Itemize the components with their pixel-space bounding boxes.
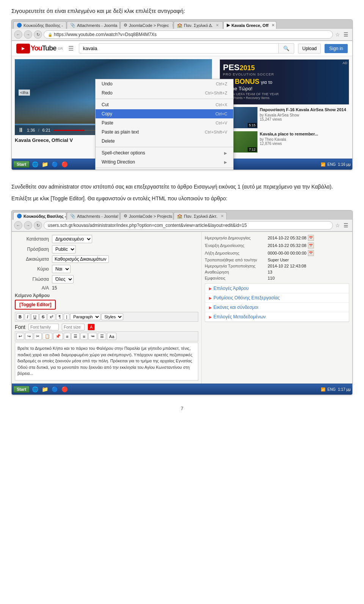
context-menu-cut[interactable]: Cut Ctrl+X — [96, 100, 233, 109]
tab-close-1[interactable]: ✕ — [66, 23, 66, 27]
start-button-1[interactable]: Start — [13, 161, 30, 168]
editor-align-left[interactable]: ≡ — [64, 333, 71, 340]
editor-align-center[interactable]: ☰ — [71, 333, 80, 340]
sidebar-item-rythmiseis[interactable]: ▶ Ρυθμίσεις Οθόνης Επεξεργασίας — [205, 293, 349, 303]
font-size-input[interactable] — [62, 324, 85, 330]
tab2-close-4[interactable]: ✕ — [221, 214, 224, 218]
editor-redo[interactable]: ↪ — [25, 333, 33, 340]
sidebar-item-eikones[interactable]: ▶ Εικόνες και σύνδεσμοι — [205, 303, 349, 312]
dikaiomata-button[interactable]: Καθορισμός Δικαιωμάτων — [52, 255, 109, 263]
browser-tab-koukou[interactable]: 🔵 Κουκούδης Βασίλης - ✕ — [13, 21, 66, 29]
editor-bold[interactable]: B — [16, 313, 24, 320]
editor-sup[interactable]: x² — [47, 313, 55, 320]
kyrio-select[interactable]: Ναι — [52, 265, 71, 273]
katastasi-select[interactable]: Δημοσιευμένο — [52, 235, 92, 243]
yt-total-time: 6:21 — [42, 128, 50, 132]
context-menu-selectall[interactable]: Select all Ctrl+A — [96, 169, 233, 170]
bookmark-icon[interactable]: ☆ — [335, 31, 340, 38]
taskbar-ie-icon[interactable]: 🌐 — [30, 160, 39, 169]
browser-tab-kavala[interactable]: ▶ Kavala Greece, Off ✕ — [223, 21, 276, 29]
browser-tab-joomla[interactable]: ⚙ JoomlaCode > Projec ✕ — [120, 21, 173, 29]
editor-content-area[interactable]: Βρείτε το Δημοτικό Κήπο και το πάρκο του… — [15, 343, 198, 381]
browser-tab2-joomla[interactable]: ⚙ JoomlaCode > Projects > ✕ — [120, 212, 173, 220]
taskbar-folder-icon[interactable]: 📁 — [40, 160, 49, 169]
reload-button[interactable]: ↻ — [34, 30, 42, 39]
editor-block[interactable]: ¶ — [56, 313, 63, 320]
browser-tab-pan[interactable]: 🏫 Παν. Σχολικό Δ. ✕ — [174, 21, 223, 29]
prosbasi-select[interactable]: Public — [52, 245, 76, 253]
editor-bullets[interactable]: ≔ — [88, 333, 97, 340]
context-menu-paste-plain[interactable]: Paste as plain text Ctrl+Shift+V — [96, 127, 233, 137]
context-menu-spell[interactable]: Spell-checker options ▶ — [96, 148, 233, 157]
yt-pause-icon[interactable]: ⏸ — [18, 127, 24, 134]
editor-underline[interactable]: U — [31, 313, 39, 320]
browser-menu-button-2[interactable]: ☰ — [342, 221, 350, 230]
cal-icon-0[interactable]: 📅 — [308, 235, 314, 241]
tab-close-3[interactable]: ✕ — [172, 23, 173, 27]
forward-button-2[interactable]: → — [24, 221, 32, 230]
taskbar-chrome-icon[interactable]: 🔵 — [50, 160, 59, 169]
taskbar2-ie-icon[interactable]: 🌐 — [30, 385, 39, 394]
sidebar-text-3: Εικόνες και σύνδεσμοι — [213, 305, 258, 310]
back-button[interactable]: ← — [14, 30, 22, 39]
address-bar[interactable]: 🔒 https://www.youtube.com/watch?v=Dsq8BM… — [44, 30, 333, 39]
sidebar-item-epiloges[interactable]: ▶ Επιλογές Άρθρου — [205, 284, 349, 293]
context-menu-redo[interactable]: Redo Ctrl+Shift+Z — [96, 88, 233, 98]
yt-signin-button[interactable]: Sign in — [325, 44, 348, 53]
browser-tab2-pan[interactable]: 🏫 Παν. Σχολικό Δίκτ. ✕ — [174, 212, 227, 220]
taskbar2-chrome-icon[interactable]: 🔵 — [50, 385, 59, 394]
browser-tab2-attach[interactable]: 📎 Attachments - Joomla! Es ✕ — [67, 212, 120, 220]
browser-menu-button[interactable]: ☰ — [342, 30, 350, 39]
context-menu-undo[interactable]: Undo Ctrl+Z — [96, 79, 233, 88]
context-menu-paste[interactable]: Paste Ctrl+V — [96, 118, 233, 127]
yt-logo-text: YouTube — [31, 44, 56, 52]
yt-suggested-video-2[interactable]: 7:12 Kavala,a place to remember... by Th… — [220, 131, 349, 153]
forward-button[interactable]: → — [24, 30, 32, 39]
context-menu-delete[interactable]: Delete — [96, 137, 233, 146]
yt-ad-banner[interactable]: AD PES2015 PRO EVOLUTION SOCCER Πάρε BON… — [220, 59, 349, 105]
context-menu-copy[interactable]: Copy Ctrl+C — [96, 109, 233, 118]
font-family-input[interactable] — [28, 324, 59, 330]
start-button-2[interactable]: Start — [13, 386, 30, 393]
tab-close-4[interactable]: ✕ — [216, 23, 219, 27]
editor-paste[interactable]: 📌 — [53, 333, 63, 340]
editor-align-right[interactable]: ≡ — [80, 333, 87, 340]
cal-icon-2[interactable]: 📅 — [308, 250, 314, 256]
taskbar2-red-icon[interactable]: 🔴 — [60, 385, 69, 394]
ad-detail2: Game Points • Recovery Items — [223, 96, 346, 100]
paragraph-select[interactable]: Paragraph — [70, 313, 100, 320]
editor-italic[interactable]: I — [25, 313, 30, 320]
joomla-meta-section: Ημερομηνία Δημιουργίας 2014-10-22 05:32:… — [205, 235, 349, 280]
editor-font-big[interactable]: Aa — [107, 333, 116, 340]
context-menu-writing[interactable]: Writing Direction ▶ — [96, 157, 233, 167]
cut-label: Cut — [102, 102, 109, 107]
cal-icon-1[interactable]: 📅 — [308, 242, 314, 249]
editor-numbers[interactable]: ☰ — [98, 333, 106, 340]
yt-search-button[interactable]: 🔍 — [278, 44, 294, 53]
back-button-2[interactable]: ← — [14, 221, 22, 230]
taskbar2-folder-icon[interactable]: 📁 — [40, 385, 49, 394]
editor-cut[interactable]: ✂ — [34, 333, 42, 340]
bookmark-icon-2[interactable]: ☆ — [335, 222, 340, 228]
taskbar-red-icon[interactable]: 🔴 — [60, 160, 69, 169]
context-menu-sep-2 — [96, 147, 233, 147]
address-bar-2[interactable]: users.sch.gr/kouvas/administrator/index.… — [44, 221, 333, 230]
toggle-editor-button[interactable]: [Toggle Editor] — [15, 300, 56, 310]
yt-hamburger-icon[interactable]: ☰ — [68, 45, 74, 52]
yt-upload-button[interactable]: Upload — [298, 44, 321, 53]
glossa-select[interactable]: Όλες — [52, 275, 74, 283]
browser-tab-attach[interactable]: 📎 Attachments - Joomla ✕ — [67, 21, 120, 29]
tab-favicon-1: 🔵 — [17, 23, 22, 28]
styles-select[interactable]: Styles — [101, 313, 123, 320]
editor-strikethrough[interactable]: S — [39, 313, 47, 320]
browser-tab2-koukou[interactable]: 🔵 Κουκούδης Βασίλης - Διπ ✕ — [13, 212, 66, 220]
sidebar-item-metadedomena[interactable]: ▶ Επιλογές Μεταδεδομένων — [205, 312, 349, 322]
editor-color[interactable]: A — [88, 324, 95, 330]
yt-suggested-video-1[interactable]: 5:15 Παρουσίαση F-16 Kavala AirSea Show … — [220, 107, 349, 128]
editor-undo[interactable]: ↩ — [16, 333, 24, 340]
editor-copy[interactable]: 📋 — [42, 333, 52, 340]
editor-nbsp[interactable]: | — [64, 313, 69, 320]
tab-close-5[interactable]: ✕ — [271, 23, 275, 27]
yt-search-input[interactable] — [79, 44, 278, 53]
reload-button-2[interactable]: ↻ — [34, 221, 42, 230]
